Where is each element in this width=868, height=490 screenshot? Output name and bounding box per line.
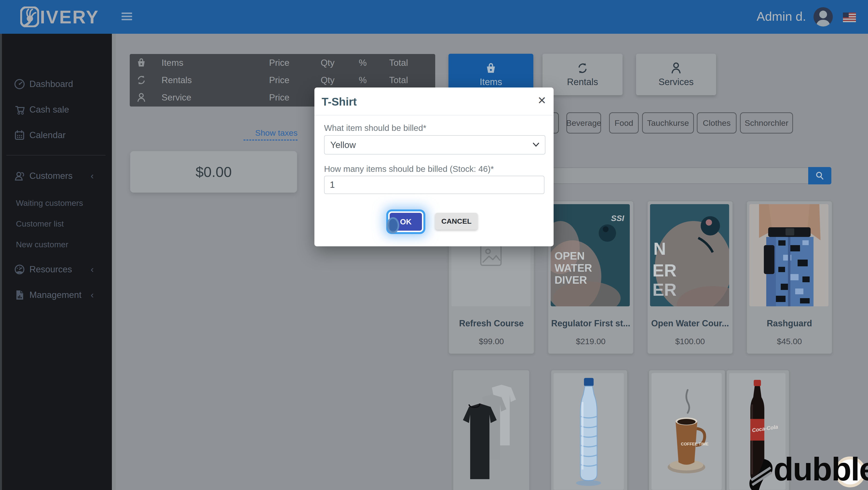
close-icon[interactable]: ✕ (537, 94, 546, 106)
total-amount: $0.00 (130, 151, 297, 193)
sidebar-sublabel: Waiting customers (16, 198, 83, 208)
cart-col-total: Total (389, 75, 408, 85)
cart-row-rentals: Rentals Price Qty % Total (130, 71, 435, 89)
click-indicator (387, 217, 399, 234)
svg-text:DIVER: DIVER (555, 274, 587, 286)
search-icon (814, 170, 825, 181)
search-input[interactable] (552, 167, 819, 184)
divery-logo-icon (20, 6, 39, 27)
user-name[interactable]: Admin d. (756, 9, 806, 24)
services-tab-button[interactable]: Services (636, 54, 716, 95)
item-select-label: What item should be billed* (324, 123, 426, 133)
sidebar-divider (6, 155, 105, 156)
search-button[interactable] (808, 167, 831, 185)
product-price: $99.00 (449, 337, 534, 346)
cancel-button[interactable]: CANCEL (435, 213, 478, 230)
product-card-regulator[interactable]: SSI OPEN WATER DIVER Regulator First st.… (548, 201, 633, 354)
items-tab-label: Items (480, 77, 502, 87)
product-card-open-water[interactable]: N ER ER Open Water Cour... $100.00 (647, 201, 733, 354)
product-card-tshirt[interactable] (453, 370, 530, 490)
sidebar-item-management[interactable]: Management ‹ (0, 283, 112, 307)
sidebar-item-calendar[interactable]: Calendar (0, 123, 112, 147)
svg-text:ER: ER (652, 280, 677, 299)
product-image-coffee: COFFEE TIME (651, 373, 722, 490)
avatar[interactable] (813, 7, 833, 27)
cart-col-qty: Qty (321, 58, 335, 68)
cart-col-label: Service (161, 93, 191, 103)
sidebar-item-dashboard[interactable]: Dashboard (0, 72, 112, 96)
category-chip-schnorchler[interactable]: Schnorchler (740, 112, 793, 133)
sidebar-item-resources[interactable]: Resources ‹ (0, 257, 112, 282)
sidebar-sublabel: New customer (16, 240, 68, 249)
sidebar-label: Customers (29, 171, 72, 181)
modal-title: T-Shirt (322, 95, 357, 108)
services-tab-label: Services (658, 77, 694, 87)
svg-text:WATER: WATER (555, 262, 592, 274)
product-image-rashguard (749, 204, 829, 306)
sidebar-item-customers[interactable]: Customers ‹ (0, 164, 112, 188)
product-card-rashguard[interactable]: Rashguard $45.00 (746, 201, 832, 354)
divery-pos-app: IVERY Admin d. Dashboard Cash sale Calen… (0, 0, 868, 490)
svg-text:ER: ER (652, 261, 677, 280)
cart-row-items: Items Price Qty % Total (130, 54, 435, 71)
meter-icon (14, 264, 25, 275)
sidebar-item-new-customer[interactable]: New customer (0, 234, 112, 255)
product-name: Regulator First st... (548, 318, 633, 328)
divery-logo[interactable]: IVERY (20, 6, 99, 28)
cart-col-price: Price (269, 75, 289, 85)
category-chip-food[interactable]: Food (609, 112, 639, 133)
product-image-tshirts (456, 373, 526, 490)
product-price: $100.00 (648, 337, 733, 346)
cart-col-qty: Qty (321, 75, 335, 85)
quantity-input[interactable] (324, 176, 545, 194)
svg-text:N: N (653, 239, 666, 258)
us-flag-icon[interactable] (843, 12, 856, 22)
cart-col-pct: % (359, 75, 367, 85)
sidebar-scrollbar[interactable] (112, 34, 116, 490)
image-placeholder-icon (479, 244, 502, 267)
sidebar-item-customer-list[interactable]: Customer list (0, 213, 112, 234)
svg-text:OPEN: OPEN (555, 250, 585, 262)
cart-col-price: Price (269, 58, 289, 68)
sidebar: Dashboard Cash sale Calendar Customers ‹… (0, 34, 112, 490)
sidebar-item-cash-sale[interactable]: Cash sale (0, 98, 112, 122)
category-chip-beverage[interactable]: Beverage (566, 112, 601, 133)
person-icon (670, 62, 682, 74)
chevron-down-icon (532, 142, 539, 147)
product-price: $219.00 (548, 337, 633, 346)
category-chip-clothes[interactable]: Clothes (697, 112, 737, 133)
gauge-icon (14, 78, 25, 90)
basket-icon (136, 57, 147, 68)
sidebar-sublabel: Customer list (16, 219, 64, 228)
item-select-value: Yellow (330, 140, 356, 150)
poster-brand: SSI (611, 214, 624, 223)
report-icon (14, 290, 25, 300)
category-chip-tauchkurse[interactable]: Tauchkurse (642, 112, 694, 133)
users-icon (14, 170, 25, 182)
sidebar-label: Calendar (29, 130, 66, 140)
product-image-dive-poster: SSI OPEN WATER DIVER (551, 204, 630, 306)
rentals-tab-button[interactable]: Rentals (542, 54, 623, 95)
quantity-label: How many items should be billed (Stock: … (324, 164, 494, 174)
cart-icon (14, 104, 25, 115)
product-name: Rashguard (747, 318, 832, 328)
product-card-coffee[interactable]: COFFEE TIME (649, 370, 725, 490)
sidebar-item-waiting-customers[interactable]: Waiting customers (0, 193, 112, 213)
item-select[interactable]: Yellow (324, 135, 546, 155)
hamburger-menu-icon[interactable] (122, 12, 132, 21)
cart-col-price: Price (269, 93, 289, 103)
rotate-icon (136, 75, 147, 85)
product-image-water-bottle (554, 373, 624, 490)
show-taxes-link[interactable]: Show taxes (244, 128, 298, 140)
watermark-text: dubble (774, 450, 868, 488)
cart-col-label: Items (161, 58, 183, 68)
product-card-water-bottle[interactable] (551, 370, 628, 490)
tshirt-modal: T-Shirt ✕ What item should be billed* Ye… (314, 88, 554, 246)
sidebar-label: Cash sale (29, 105, 69, 115)
dubble-logo-icon (747, 458, 774, 490)
rentals-tab-label: Rentals (567, 77, 598, 87)
chevron-left-icon: ‹ (91, 290, 94, 300)
sidebar-label: Resources (29, 264, 72, 274)
product-price: $45.00 (747, 337, 832, 346)
cart-col-label: Rentals (161, 75, 192, 85)
